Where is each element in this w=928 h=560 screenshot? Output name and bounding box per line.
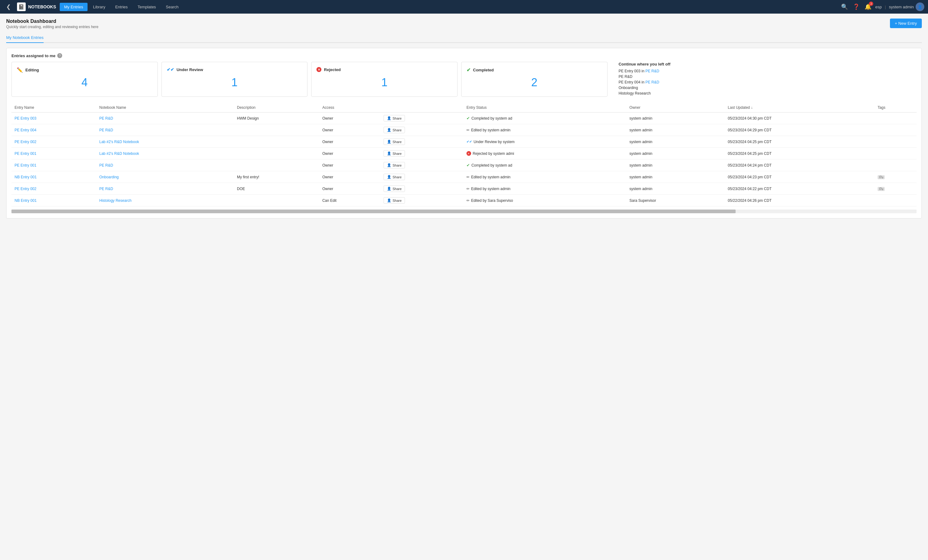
share-button[interactable]: 👤 Share (383, 150, 405, 157)
cell-entry-name: NB Entry 001 (11, 171, 96, 183)
nav-entries[interactable]: Entries (111, 3, 132, 11)
entry-name-link[interactable]: PE Entry 001 (15, 151, 37, 156)
entry-name-link[interactable]: PE Entry 001 (15, 163, 37, 167)
continue-link-2[interactable]: PE Entry 004 in PE R&D (619, 80, 917, 84)
horizontal-scrollbar[interactable] (11, 210, 917, 213)
stat-card-editing-header: ✏️ Editing (17, 67, 153, 73)
cell-status: ✔Completed by system ad (463, 113, 626, 124)
entry-name-link[interactable]: PE Entry 004 (15, 128, 37, 132)
back-button[interactable]: ❮ (4, 2, 13, 11)
notebook-name-link[interactable]: PE R&D (99, 128, 113, 132)
stat-card-editing[interactable]: ✏️ Editing 4 (11, 62, 158, 97)
col-notebook-name[interactable]: Notebook Name (96, 103, 234, 113)
user-info: esp | system admin 👤 (875, 3, 924, 11)
table-header-row: Entry Name Notebook Name Description Acc… (11, 103, 917, 113)
continue-title: Continue where you left off (619, 62, 917, 67)
entry-name-link[interactable]: PE Entry 002 (15, 140, 37, 144)
cell-notebook-name: PE R&D (96, 160, 234, 171)
cell-description: My first entry! (234, 171, 319, 183)
share-button[interactable]: 👤 Share (383, 138, 405, 145)
cell-owner: system admin (626, 124, 725, 136)
continue-link-0[interactable]: PE Entry 003 in PE R&D (619, 69, 917, 73)
share-button[interactable]: 👤 Share (383, 162, 405, 169)
col-access[interactable]: Access (319, 103, 380, 113)
notification-icon-button[interactable]: 🔔 2 (863, 2, 873, 11)
col-description[interactable]: Description (234, 103, 319, 113)
stat-card-completed[interactable]: ✔ Completed 2 (461, 62, 607, 97)
share-icon: 👤 (387, 163, 391, 167)
help-icon-button[interactable]: ❓ (852, 2, 861, 11)
notebook-name-link[interactable]: Onboarding (99, 175, 119, 179)
cell-entry-name: NB Entry 001 (11, 195, 96, 207)
cell-access: Owner (319, 160, 380, 171)
share-button[interactable]: 👤 Share (383, 127, 405, 133)
cell-description (234, 195, 319, 207)
app-name: NOTEBOOKS (28, 4, 56, 9)
notebook-name-link[interactable]: PE R&D (99, 163, 113, 167)
share-button[interactable]: 👤 Share (383, 174, 405, 180)
continue-link-3[interactable]: Onboarding (619, 85, 917, 90)
entry-name-link[interactable]: NB Entry 001 (15, 175, 37, 179)
table-body: PE Entry 003 PE R&D HWM Design Owner 👤 S… (11, 113, 917, 207)
nav-my-entries[interactable]: My Entries (60, 3, 87, 11)
continue-link-4[interactable]: Histology Research (619, 91, 917, 96)
tabs-container: My Notebook Entries (6, 33, 922, 43)
notebook-name-link[interactable]: PE R&D (99, 116, 113, 120)
share-icon: 👤 (387, 198, 391, 202)
cell-tags: l7u (875, 183, 917, 195)
share-button[interactable]: 👤 Share (383, 115, 405, 122)
cell-last-updated: 05/23/2024 04:24 pm CDT (725, 160, 875, 171)
col-last-updated[interactable]: Last Updated ↓ (725, 103, 875, 113)
entry-name-link[interactable]: PE Entry 002 (15, 187, 37, 191)
cell-status: ✏Edited by system admin (463, 183, 626, 195)
cell-tags (875, 136, 917, 148)
cell-share: 👤 Share (380, 124, 463, 136)
cell-tags (875, 148, 917, 160)
notebook-name-link[interactable]: Histology Research (99, 198, 131, 203)
cell-tags: l7u (875, 171, 917, 183)
continue-entry-3: Onboarding (619, 85, 638, 90)
nav-divider: | (884, 5, 887, 9)
nav-library[interactable]: Library (89, 3, 110, 11)
notebook-name-link[interactable]: Lab #2's R&D Notebook (99, 140, 139, 144)
app-logo: 📓 NOTEBOOKS (15, 3, 58, 11)
cell-entry-name: PE Entry 002 (11, 136, 96, 148)
entry-name-link[interactable]: PE Entry 003 (15, 116, 37, 120)
col-owner[interactable]: Owner (626, 103, 725, 113)
scrollbar-thumb (11, 210, 736, 213)
nav-search[interactable]: Search (162, 3, 183, 11)
stat-card-review-header: ✔✔ Under Review (167, 67, 302, 72)
nav-templates[interactable]: Templates (133, 3, 160, 11)
share-button[interactable]: 👤 Share (383, 186, 405, 192)
col-tags[interactable]: Tags (875, 103, 917, 113)
col-entry-status[interactable]: Entry Status (463, 103, 626, 113)
new-entry-button[interactable]: + New Entry (890, 18, 922, 28)
cell-status: ✏Edited by system admin (463, 124, 626, 136)
table-row: PE Entry 002 PE R&D DOE Owner 👤 Share ✏E… (11, 183, 917, 195)
cell-status: ✕Rejected by system admi (463, 148, 626, 160)
user-avatar[interactable]: 👤 (916, 3, 924, 11)
table-row: PE Entry 002 Lab #2's R&D Notebook Owner… (11, 136, 917, 148)
continue-preposition-0: in (640, 69, 645, 73)
continue-link-1[interactable]: PE R&D (619, 75, 917, 79)
cell-notebook-name: Lab #2's R&D Notebook (96, 148, 234, 160)
notebook-name-link[interactable]: PE R&D (99, 187, 113, 191)
cell-share: 👤 Share (380, 113, 463, 124)
entry-name-link[interactable]: NB Entry 001 (15, 198, 37, 203)
stat-card-under-review[interactable]: ✔✔ Under Review 1 (162, 62, 308, 97)
col-share (380, 103, 463, 113)
cell-notebook-name: PE R&D (96, 113, 234, 124)
share-button[interactable]: 👤 Share (383, 197, 405, 204)
col-entry-name[interactable]: Entry Name (11, 103, 96, 113)
top-navigation: ❮ 📓 NOTEBOOKS My Entries Library Entries… (0, 0, 928, 14)
notebook-name-link[interactable]: Lab #2's R&D Notebook (99, 151, 139, 156)
search-icon-button[interactable]: 🔍 (840, 2, 849, 11)
cell-owner: system admin (626, 136, 725, 148)
entries-table: Entry Name Notebook Name Description Acc… (11, 103, 917, 207)
stat-card-rejected[interactable]: ✕ Rejected 1 (311, 62, 458, 97)
help-icon[interactable]: ? (57, 53, 62, 58)
notification-badge: 2 (869, 2, 873, 6)
page-title: Notebook Dashboard (6, 18, 98, 24)
tab-my-notebook-entries[interactable]: My Notebook Entries (6, 33, 44, 43)
user-abbr: esp (875, 5, 882, 9)
